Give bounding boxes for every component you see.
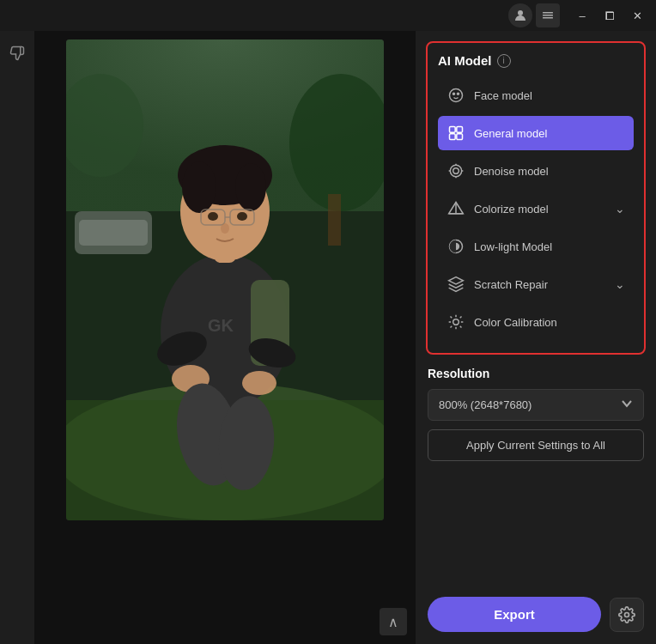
colorize-model-icon <box>446 199 465 218</box>
svg-point-30 <box>237 212 247 221</box>
color-calibration-item[interactable]: Color Calibration <box>438 305 634 339</box>
svg-rect-3 <box>543 17 553 19</box>
svg-rect-39 <box>457 134 463 140</box>
colorize-model-item[interactable]: Colorize model ⌄ <box>438 191 634 226</box>
scratch-repair-item[interactable]: Scratch Repair ⌄ <box>438 267 634 301</box>
image-panel: GK ∧ <box>34 31 416 644</box>
svg-point-0 <box>518 10 523 15</box>
photo-container: GK <box>66 39 384 520</box>
apply-section: Apply Current Settings to All <box>416 421 656 470</box>
face-model-label: Face model <box>474 89 625 102</box>
color-calibration-icon <box>446 313 465 331</box>
ai-model-header: AI Model i <box>438 53 634 68</box>
resolution-chevron-icon <box>621 398 633 412</box>
info-icon[interactable]: i <box>497 54 511 68</box>
svg-rect-2 <box>543 15 553 16</box>
svg-line-56 <box>451 317 453 319</box>
svg-point-18 <box>242 371 276 395</box>
sidebar-left <box>0 31 34 644</box>
svg-rect-1 <box>543 12 553 14</box>
svg-point-41 <box>453 168 459 174</box>
color-calibration-label: Color Calibration <box>474 316 625 329</box>
face-model-item[interactable]: Face model <box>438 78 634 112</box>
close-button[interactable]: ✕ <box>625 3 649 27</box>
face-model-icon <box>446 86 465 105</box>
svg-point-34 <box>453 93 455 94</box>
resolution-section: Resolution 800% (2648*7680) <box>416 355 656 421</box>
ai-model-title: AI Model <box>438 53 492 68</box>
lowlight-model-item[interactable]: Low-light Model <box>438 229 634 264</box>
svg-rect-36 <box>450 127 456 133</box>
resolution-dropdown[interactable]: 800% (2648*7680) <box>428 389 644 421</box>
denoise-model-label: Denoise model <box>474 165 625 178</box>
svg-text:GK: GK <box>208 316 234 335</box>
general-model-item[interactable]: General model <box>438 116 634 150</box>
svg-point-31 <box>221 223 229 234</box>
svg-point-33 <box>450 89 463 102</box>
ai-model-section: AI Model i Face model <box>426 41 646 355</box>
svg-rect-38 <box>450 134 456 140</box>
svg-rect-9 <box>79 220 148 246</box>
right-panel: AI Model i Face model <box>416 31 656 644</box>
denoise-model-item[interactable]: Denoise model <box>438 154 634 188</box>
portrait-image: GK <box>66 39 384 520</box>
resolution-title: Resolution <box>428 367 644 380</box>
svg-point-35 <box>458 93 459 94</box>
colorize-model-label: Colorize model <box>474 203 606 216</box>
lowlight-model-label: Low-light Model <box>474 240 625 253</box>
chevron-up-icon: ∧ <box>388 614 398 630</box>
profile-icon[interactable] <box>508 3 532 27</box>
svg-point-24 <box>182 161 216 213</box>
resolution-value: 800% (2648*7680) <box>439 398 531 411</box>
export-row: Export <box>428 597 644 632</box>
general-model-label: General model <box>474 127 625 140</box>
export-button[interactable]: Export <box>428 597 601 632</box>
general-model-icon <box>446 124 465 143</box>
thumbdown-icon[interactable] <box>3 39 31 67</box>
window-controls: – ⧠ ✕ <box>570 3 649 27</box>
scratch-repair-label: Scratch Repair <box>474 278 606 291</box>
scratch-repair-icon <box>446 275 465 294</box>
bottom-area: Export <box>416 470 656 644</box>
lowlight-model-icon <box>446 237 465 256</box>
minimize-button[interactable]: – <box>570 3 594 27</box>
denoise-model-icon <box>446 161 465 180</box>
svg-rect-11 <box>328 194 341 246</box>
svg-point-29 <box>208 212 218 221</box>
menu-icon[interactable] <box>536 3 560 27</box>
svg-point-25 <box>235 163 266 211</box>
svg-line-59 <box>451 326 453 328</box>
svg-line-57 <box>460 326 462 328</box>
maximize-button[interactable]: ⧠ <box>598 3 622 27</box>
titlebar: – ⧠ ✕ <box>0 0 656 31</box>
svg-point-51 <box>453 319 459 325</box>
svg-line-58 <box>460 317 462 319</box>
colorize-chevron-icon: ⌄ <box>615 202 625 216</box>
scroll-up-button[interactable]: ∧ <box>380 608 407 635</box>
apply-settings-button[interactable]: Apply Current Settings to All <box>428 429 644 461</box>
scratch-repair-chevron-icon: ⌄ <box>615 277 625 291</box>
svg-point-40 <box>450 165 461 176</box>
main-layout: GK ∧ AI Model i <box>0 31 656 644</box>
settings-button[interactable] <box>610 598 644 632</box>
svg-rect-37 <box>457 127 463 133</box>
svg-point-60 <box>625 612 629 617</box>
